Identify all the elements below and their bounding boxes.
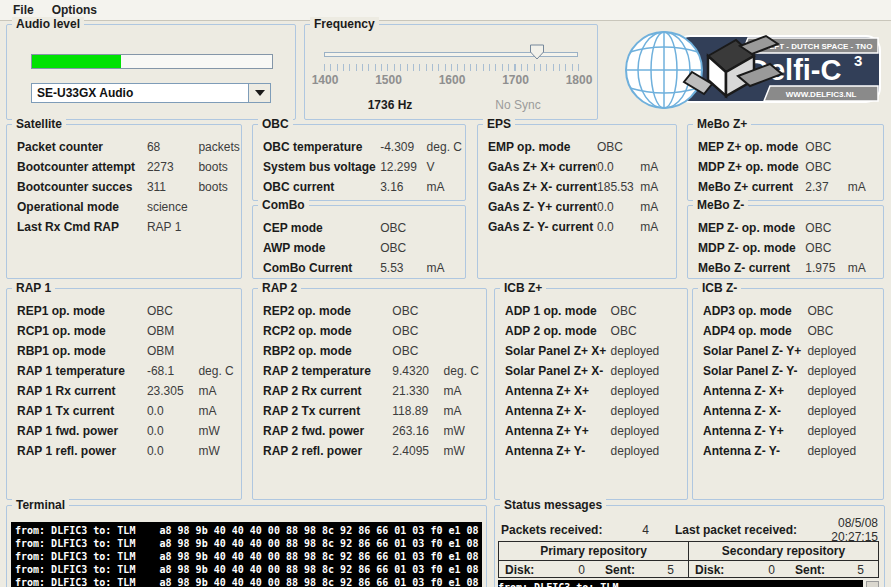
telemetry-value: 0.0 <box>597 200 640 214</box>
audio-device-select[interactable]: SE-U33GX Audio <box>31 83 271 103</box>
telemetry-value: OBM <box>147 324 199 338</box>
telemetry-row: CEP mode OBC <box>253 218 465 238</box>
telemetry-value: deployed <box>807 364 856 378</box>
disk-label: Disk: <box>505 563 555 577</box>
logo-brand-sup: 3 <box>854 52 862 69</box>
telemetry-row: Antenna Z- X+ deployed <box>693 381 883 401</box>
telemetry-label: RAP 1 refl. power <box>17 444 147 458</box>
scrollbar-corner[interactable] <box>866 581 879 587</box>
telemetry-row: REP2 op. mode OBC <box>253 301 486 321</box>
telemetry-label: Antenna Z- Y- <box>703 444 807 458</box>
terminal-output[interactable]: from: DLFIC3 to: TLM a8 98 9b 40 40 40 0… <box>11 522 482 587</box>
telemetry-label: Solar Panel Z+ X- <box>505 364 611 378</box>
telemetry-value: -4.309 <box>380 140 426 154</box>
telemetry-row: GaAs Z+ X- current 185.53 mA <box>478 177 676 197</box>
telemetry-unit: V <box>427 160 465 174</box>
globe-icon <box>626 32 702 108</box>
telemetry-value: OBC <box>805 160 848 174</box>
telemetry-label: RBP1 op. mode <box>17 344 147 358</box>
telemetry-row: RAP 2 temperature 9.4320 deg. C <box>253 361 486 381</box>
repository-header: Secondary repository <box>688 542 878 560</box>
mebo-zplus-panel: MeBo Z+ MEP Z+ op. mode OBC MDP Z+ op. m… <box>687 124 884 201</box>
telemetry-label: OBC temperature <box>263 140 380 154</box>
telemetry-label: RAP 2 temperature <box>263 364 392 378</box>
telemetry-unit: deg. C <box>198 364 241 378</box>
telemetry-label: EMP op. mode <box>488 140 597 154</box>
telemetry-value: deployed <box>807 404 856 418</box>
telemetry-value: 68 <box>147 140 199 154</box>
telemetry-label: GaAs Z- Y+ current <box>488 200 597 214</box>
telemetry-value: OBC <box>805 221 848 235</box>
telemetry-value: OBC <box>611 324 653 338</box>
chevron-down-icon <box>255 90 265 96</box>
telemetry-unit: mW <box>444 444 486 458</box>
telemetry-unit: mA <box>444 404 486 418</box>
panel-title: ICB Z+ <box>500 281 546 295</box>
packet-status-line: Packets received: 4 Last packet received… <box>501 522 878 538</box>
telemetry-value: 9.4320 <box>392 364 443 378</box>
telemetry-label: Solar Panel Z- Y+ <box>703 344 807 358</box>
telemetry-label: Packet counter <box>17 140 147 154</box>
panel-title: Satellite <box>12 117 66 131</box>
frequency-slider-thumb[interactable] <box>530 44 545 63</box>
telemetry-label: OBC current <box>263 180 380 194</box>
telemetry-value: 12.299 <box>380 160 426 174</box>
telemetry-value: OBC <box>807 304 848 318</box>
sync-status: No Sync <box>473 98 563 112</box>
telemetry-unit: mW <box>444 424 486 438</box>
telemetry-unit: mA <box>848 261 883 275</box>
delfi-c3-logo: TUDELFT - DUTCH SPACE - TNO WWW.DELFIC3.… <box>620 26 886 116</box>
last-packet-value: 08/5/08 20:27:15 <box>827 516 878 544</box>
panel-title: EPS <box>483 117 515 131</box>
telemetry-label: Solar Panel Z+ X+ <box>505 344 611 358</box>
telemetry-label: RCP1 op. mode <box>17 324 147 338</box>
panel-title: RAP 2 <box>258 281 301 295</box>
status-log: from: DLFIC3 to: TLM <box>498 580 863 587</box>
menu-bar: FileOptions <box>0 0 891 21</box>
telemetry-row: Antenna Z- Y- deployed <box>693 441 883 461</box>
telemetry-value: -68.1 <box>147 364 199 378</box>
telemetry-value: deployed <box>611 384 660 398</box>
telemetry-value: OBC <box>380 221 426 235</box>
disk-label: Disk: <box>695 563 745 577</box>
telemetry-row: MDP Z- op. mode OBC <box>688 238 883 258</box>
telemetry-row: ADP3 op. mode OBC <box>693 301 883 321</box>
telemetry-value: 5.53 <box>380 261 426 275</box>
terminal-line: from: DLFIC3 to: TLM a8 98 9b 40 40 40 0… <box>15 537 482 550</box>
terminal-line: from: DLFIC3 to: TLM a8 98 9b 40 40 40 0… <box>15 576 482 587</box>
telemetry-label: System bus voltage <box>263 160 380 174</box>
telemetry-row: OBC current 3.16 mA <box>253 177 465 197</box>
telemetry-value: 3.16 <box>380 180 426 194</box>
sent-label: Sent: <box>605 563 651 577</box>
sent-label: Sent: <box>795 563 841 577</box>
telemetry-row: EMP op. mode OBC <box>478 137 676 157</box>
telemetry-label: Bootcounter attempt <box>17 160 147 174</box>
telemetry-label: MDP Z- op. mode <box>698 241 805 255</box>
telemetry-row: Antenna Z- X- deployed <box>693 401 883 421</box>
telemetry-unit: mW <box>198 424 241 438</box>
telemetry-value: deployed <box>611 364 660 378</box>
telemetry-label: Antenna Z- X- <box>703 404 807 418</box>
telemetry-row: Antenna Z+ Y- deployed <box>495 441 687 461</box>
telemetry-value: OBC <box>392 304 443 318</box>
telemetry-label: GaAs Z+ X+ current <box>488 160 597 174</box>
telemetry-value: 2273 <box>147 160 199 174</box>
combo-dropdown-button[interactable] <box>248 84 270 102</box>
telemetry-unit: boots <box>198 180 241 194</box>
telemetry-value: 2.4095 <box>392 444 443 458</box>
frequency-readout: 1736 Hz <box>345 98 435 112</box>
repository-stats-cell: Disk: 0 Sent: 5 <box>688 561 878 578</box>
icb-zminus-panel: ICB Z- ADP3 op. mode OBC ADP4 op. mode O… <box>692 288 884 500</box>
telemetry-value: OBM <box>147 344 199 358</box>
telemetry-value: deployed <box>611 404 660 418</box>
telemetry-label: Solar Panel Z- Y- <box>703 364 807 378</box>
telemetry-value: science <box>147 200 199 214</box>
telemetry-label: RAP 1 Tx current <box>17 404 147 418</box>
obc-panel: OBC OBC temperature -4.309 deg. C System… <box>252 124 466 201</box>
telemetry-value: deployed <box>611 444 660 458</box>
telemetry-row: MDP Z+ op. mode OBC <box>688 157 883 177</box>
telemetry-label: RAP 2 Rx current <box>263 384 392 398</box>
telemetry-unit: mA <box>848 180 883 194</box>
telemetry-label: Antenna Z+ X- <box>505 404 611 418</box>
telemetry-row: AWP mode OBC <box>253 238 465 258</box>
